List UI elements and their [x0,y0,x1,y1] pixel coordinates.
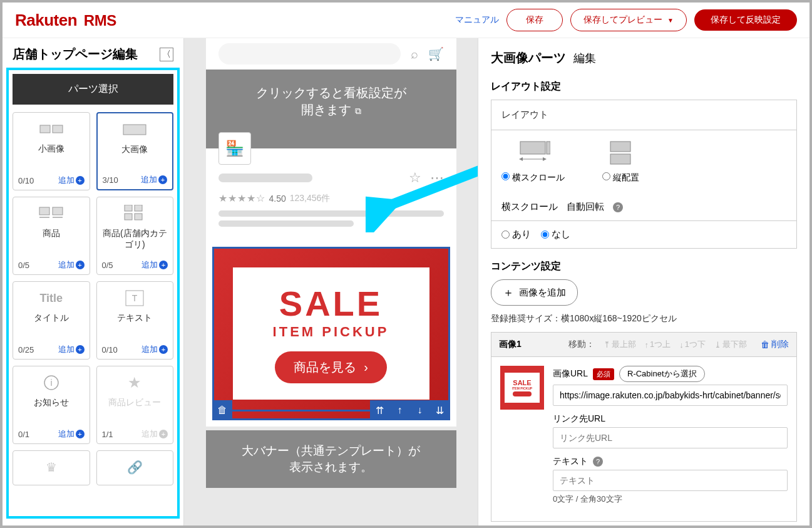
link-url-input[interactable] [553,427,788,448]
phone-topbar: ⌕ 🛒 [206,38,456,70]
signboard-area[interactable]: クリックすると看板設定が 開きます⧉ 🏪 [206,70,456,148]
more-icon[interactable]: ⋯ [430,170,444,186]
svg-rect-7 [125,205,132,211]
text-field-label: テキスト [553,456,588,467]
part-product-category[interactable]: 商品(店舗内カテゴリ) 0/5 追加+ [96,197,174,275]
part-label: 商品レビュー [108,396,161,408]
manual-link[interactable]: マニュアル [455,14,499,26]
add-button[interactable]: 追加+ [58,344,85,355]
cart-icon[interactable]: 🛒 [428,46,444,61]
part-title[interactable]: Title タイトル 0/25 追加+ [13,281,90,360]
image-1-label: 画像1 [499,339,522,350]
auto-rotate-label: 自動回転 [567,201,604,213]
collapse-sidebar-button[interactable]: 〈 [160,48,173,61]
part-large-image[interactable]: 大画像 3/10 追加+ [96,112,174,190]
info-icon: i [43,373,59,393]
save-reflect-button[interactable]: 保存して反映設定 [694,9,797,31]
image-url-input[interactable] [553,385,788,406]
add-button[interactable]: 追加+ [58,175,85,186]
external-link-icon: ⧉ [355,106,361,116]
part-label: 商品 [43,227,60,239]
delete-block-button[interactable]: 🗑 [212,400,232,420]
delete-image-button[interactable]: 🗑削除 [761,339,789,350]
svg-rect-22 [610,142,630,152]
layout-vertical-option[interactable]: 縦配置 [602,140,639,184]
parts-grid: 小画像 0/10 追加+ 大画像 3/10 追加+ [13,112,173,485]
layout-h-radio[interactable] [501,172,510,180]
svg-rect-23 [610,154,630,164]
add-button[interactable]: 追加+ [58,428,85,440]
part-link[interactable]: 🔗 [96,450,174,485]
move-down[interactable]: ↓1つ下 [679,339,706,350]
move-top[interactable]: ⤒最上部 [604,339,636,350]
sale-cta-button[interactable]: 商品を見る› [275,351,387,383]
svg-rect-18 [547,142,550,154]
part-label: お知らせ [34,396,69,408]
save-button[interactable]: 保存 [506,9,563,31]
add-button[interactable]: 追加+ [141,174,167,185]
signboard-text2: 開きます [301,103,351,116]
block-toolbar: 🗑 ⇈ ↑ ↓ ⇊ [212,400,450,420]
move-up-button[interactable]: ↑ [390,400,410,420]
move-bottom-button[interactable]: ⇊ [430,400,450,420]
header: Rakuten RMS マニュアル 保存 保存してプレビュー ▼ 保存して反映設… [3,3,809,38]
large-image-block[interactable]: SALE ITEM PICKUP 商品を見る› 🗑 ⇈ ↑ ↓ ⇊ [206,241,456,427]
rcabinet-button[interactable]: R-Cabinetから選択 [619,366,705,382]
required-badge: 必須 [593,368,614,380]
rating-value: 4.50 [269,194,286,204]
svg-text:T: T [132,293,138,303]
char-count: 0文字 / 全角30文字 [553,494,788,505]
part-count: 0/10 [18,176,34,185]
move-label: 移動： [568,339,595,350]
rating-row: ★★★★☆ 4.50 123,456件 [218,192,444,204]
part-count: 0/5 [18,261,29,270]
layout-section: レイアウト 横スクロール 縦配置 [491,100,797,249]
layout-section-title: レイアウト設定 [491,80,797,93]
layout-horizontal-option[interactable]: 横スクロール [501,140,565,184]
search-icon[interactable]: ⌕ [411,47,418,61]
add-button[interactable]: 追加+ [58,259,85,271]
link-url-label: リンク先URL [553,413,605,425]
text-input[interactable] [553,470,788,491]
part-text[interactable]: T テキスト 0/10 追加+ [96,281,174,360]
svg-rect-9 [125,214,132,220]
part-notice[interactable]: i お知らせ 0/1 追加+ [13,366,90,444]
move-bottom[interactable]: ⤓最下部 [714,339,747,350]
auto-rotate-no[interactable]: なし [541,229,570,241]
size-hint: 登録推奨サイズ：横1080x縦168~1920ピクセル [491,313,797,324]
body: 店舗トップページ編集 〈 パーツ選択 小画像 0/10 追加+ [3,38,809,525]
sale-subtitle: ITEM PICKUP [245,324,417,340]
part-count: 0/1 [18,430,29,439]
add-button[interactable]: 追加+ [141,344,168,355]
help-icon[interactable]: ? [593,457,603,467]
part-label: テキスト [117,312,152,323]
part-count: 0/5 [102,261,113,270]
shop-name-placeholder [218,173,312,182]
move-up[interactable]: ↑1つ上 [645,339,671,350]
part-ranking[interactable]: ♛ [13,450,90,485]
move-down-button[interactable]: ↓ [410,400,430,420]
part-review[interactable]: ★ 商品レビュー 1/1 追加+ [96,366,174,444]
part-product[interactable]: 商品 0/5 追加+ [13,197,90,275]
title-icon: Title [39,288,63,308]
move-top-button[interactable]: ⇈ [370,400,390,420]
add-image-button[interactable]: ＋画像を追加 [491,279,578,306]
svg-rect-17 [520,142,545,154]
part-small-image[interactable]: 小画像 0/10 追加+ [13,112,90,190]
favorite-star-icon[interactable]: ☆ [409,170,421,186]
template-banner-placeholder: 大バナー（共通テンプレート）が 表示されます。 [206,430,456,488]
star-icon: ★ [128,373,141,393]
image-url-label: 画像URL [553,368,588,380]
layout-v-radio[interactable] [602,172,610,180]
svg-rect-3 [39,207,49,215]
help-icon[interactable]: ? [613,202,623,212]
save-preview-button[interactable]: 保存してプレビュー ▼ [570,9,687,31]
small-image-icon [39,119,64,139]
auto-rotate-yes[interactable]: あり [501,229,531,241]
app-root: Rakuten RMS マニュアル 保存 保存してプレビュー ▼ 保存して反映設… [3,3,809,525]
svg-rect-10 [135,214,142,220]
svg-rect-0 [40,125,50,133]
part-count: 0/10 [102,345,118,355]
add-button[interactable]: 追加+ [141,259,168,271]
svg-rect-4 [53,207,63,215]
